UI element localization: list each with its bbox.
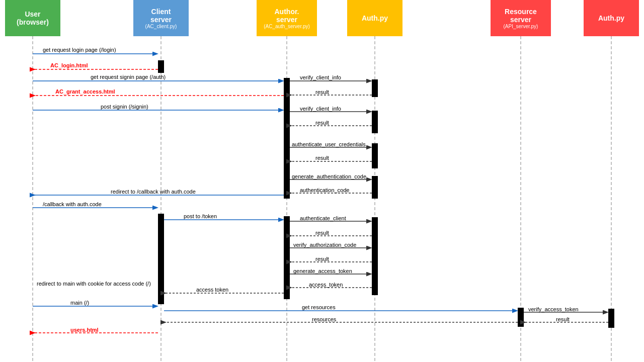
- msg-get-resources: get resources: [302, 304, 336, 310]
- actor-client: Clientserver (AC_client.py): [133, 0, 189, 36]
- msg-ac-grant: AC_grant_access.html: [55, 88, 115, 95]
- msg-verify-client-1: verify_client_info: [300, 74, 341, 80]
- msg-access-token-client: access token: [196, 287, 228, 293]
- actor-authpy2-label: Auth.py: [598, 14, 624, 22]
- msg-access-token: access_token: [309, 282, 343, 288]
- msg-post-signin: post signin (/signin): [101, 104, 148, 110]
- msg-get-signin: get request signin page (/auth): [91, 74, 166, 80]
- msg-result-2: result: [315, 120, 329, 126]
- msg-result-resource: result: [556, 316, 570, 322]
- actor-user-label: User(browser): [17, 10, 49, 26]
- actor-auth-label: Auth.py: [362, 14, 388, 22]
- svg-rect-10: [372, 111, 378, 133]
- msg-resources: resources: [312, 316, 336, 322]
- msg-users-html: users.html: [70, 327, 99, 333]
- msg-ac-login: AC_login.html: [50, 62, 88, 68]
- actor-auth: Auth.py: [347, 0, 403, 36]
- msg-callback: /callback with auth.code: [43, 201, 102, 207]
- svg-rect-12: [372, 176, 378, 199]
- svg-rect-13: [284, 216, 290, 299]
- actor-author-label: Author.server: [275, 8, 299, 24]
- sequence-diagram: User(browser) Clientserver (AC_client.py…: [0, 0, 644, 362]
- actor-author: Author.server (AC_auth_server.py): [257, 0, 317, 36]
- msg-redirect-main: redirect to main with cookie for access …: [37, 280, 151, 288]
- msg-verify-client-2: verify_client_info: [300, 106, 341, 112]
- svg-rect-15: [518, 308, 524, 327]
- msg-verify-auth-code: verify_authorization_code: [293, 242, 356, 248]
- msg-result-5: result: [315, 256, 329, 262]
- actor-resource-subtitle: (API_server.py): [504, 24, 538, 29]
- msg-verify-access-token: verify_access_token: [528, 306, 579, 312]
- svg-rect-6: [158, 60, 164, 73]
- svg-rect-9: [372, 79, 378, 97]
- actor-resource-label: Resourceserver: [505, 8, 537, 24]
- actor-authpy2: Auth.py: [584, 0, 639, 36]
- svg-rect-8: [284, 78, 290, 199]
- msg-auth-code: authentication_code: [300, 187, 349, 193]
- msg-main: main (/): [70, 300, 89, 306]
- msg-auth-user-creds: authenticate_user_credentials: [292, 141, 366, 147]
- svg-rect-11: [372, 143, 378, 168]
- msg-result-3: result: [315, 155, 329, 161]
- msg-gen-auth-code: generate_authentication_code: [292, 173, 366, 179]
- msg-result-4: result: [315, 230, 329, 236]
- svg-rect-7: [158, 214, 164, 304]
- msg-result-1: result: [315, 89, 329, 95]
- msg-get-login: get request login page (/login): [43, 47, 116, 53]
- msg-redirect-callback: redirect to /callback with auth.code: [111, 189, 196, 195]
- actor-author-subtitle: (AC_auth_server.py): [264, 24, 310, 29]
- svg-rect-16: [608, 309, 614, 328]
- msg-auth-client: authenticate_client: [300, 215, 346, 221]
- msg-gen-access-token: generate_access_token: [293, 268, 352, 274]
- actor-user: User(browser): [5, 0, 60, 36]
- svg-rect-14: [372, 217, 378, 295]
- msg-post-token: post to /token: [184, 213, 217, 219]
- actor-client-label: Clientserver: [150, 8, 172, 24]
- actor-client-subtitle: (AC_client.py): [145, 24, 177, 29]
- actor-resource: Resourceserver (API_server.py): [491, 0, 551, 36]
